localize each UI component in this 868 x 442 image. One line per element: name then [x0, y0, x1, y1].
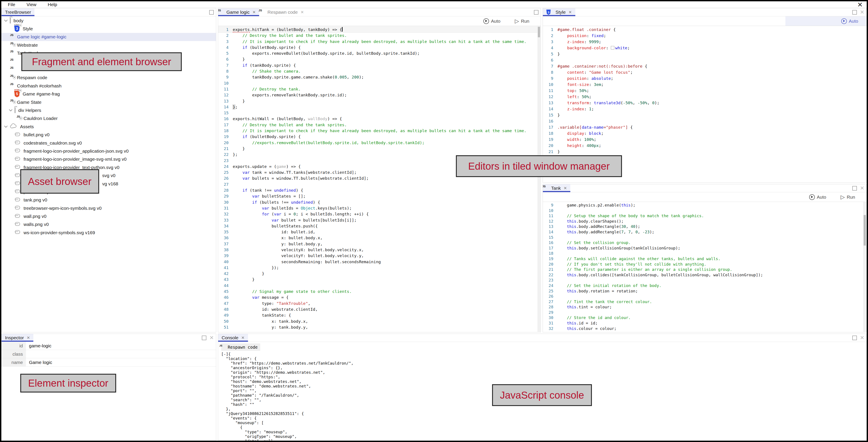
code-line: 31 var bulletIds = Object.keys(bullets);	[218, 205, 541, 211]
line-number: 11	[218, 86, 228, 92]
tree-item-game-state[interactable]: Game State	[2, 98, 216, 106]
tab-style[interactable]: 3 Style ✕	[543, 8, 575, 16]
line-number: 18	[218, 128, 228, 134]
line-number: 10	[543, 82, 553, 88]
line-number: 48	[218, 306, 228, 312]
console-line: "href": "https://demo.webstrates.net/Tan…	[221, 361, 866, 365]
class-field[interactable]	[26, 350, 216, 358]
close-icon[interactable]: ✕	[563, 186, 567, 190]
menu-file[interactable]: File	[8, 2, 15, 7]
console-line: "origin": "https://demo.webstrates.net",	[221, 370, 866, 375]
code-editor-game-logic[interactable]: 1exports.hitTank = (bulletBody, tankBody…	[218, 26, 541, 332]
tree-item-webstrate[interactable]: Webstrate	[2, 41, 216, 49]
clip-icon	[14, 197, 21, 203]
tab-respawn-code[interactable]: Respawn code ✕	[259, 8, 307, 16]
chevron-down-icon[interactable]	[4, 20, 10, 22]
code-line: 10	[543, 208, 866, 213]
asset-item-wall-png-v0[interactable]: wall.png v0	[2, 212, 216, 220]
tab-inspector[interactable]: Inspector ✕	[2, 334, 33, 342]
auto-run-button-active[interactable]: Auto	[785, 17, 866, 26]
chevron-down-icon[interactable]	[4, 126, 10, 128]
asset-item-walls-png-v0[interactable]: walls.png v0	[2, 220, 216, 229]
name-field[interactable]: Game logic	[26, 358, 216, 366]
run-button[interactable]: ▷ Run	[841, 194, 855, 200]
run-badge-icon[interactable]	[13, 100, 16, 104]
menu-help[interactable]: Help	[48, 2, 57, 7]
code-editor-tank[interactable]: 9 game.physics.p2.enable(this);1011 // S…	[543, 202, 866, 332]
close-icon[interactable]: ✕	[860, 9, 864, 15]
close-icon[interactable]: ✕	[210, 335, 214, 341]
line-number: 3	[218, 38, 228, 45]
close-icon[interactable]: ✕	[568, 10, 572, 14]
tree-item-body[interactable]: body	[2, 17, 216, 25]
menu-view[interactable]: View	[27, 2, 36, 7]
line-number: 32	[543, 326, 553, 331]
line-number: 34	[218, 223, 228, 229]
code-line: 33 var bullet = bullets[bulletIds[i]];	[218, 217, 541, 223]
auto-run-button[interactable]: Auto	[483, 18, 500, 24]
chevron-down-icon[interactable]	[9, 109, 14, 111]
asset-item-fragment-logo-icon-provider-image-svg-xml-svg-v0[interactable]: fragment-logo-icon-provider_image-svg-xm…	[2, 155, 216, 163]
tab-label: Game logic	[226, 9, 250, 15]
asset-item-bullet-png-v0[interactable]: bullet.png v0	[2, 130, 216, 139]
line-number: 30	[218, 199, 228, 205]
maximize-icon[interactable]	[852, 335, 857, 340]
window-close-icon[interactable]: ✕	[857, 1, 863, 8]
run-badge-icon[interactable]	[19, 89, 22, 92]
run-badge-icon[interactable]	[20, 117, 23, 120]
scrollbar[interactable]	[537, 26, 540, 332]
asset-item-tank-png-v0[interactable]: tank.png v0	[2, 196, 216, 204]
run-badge-icon[interactable]	[13, 43, 16, 47]
code-line: 8 // Shake the camera.	[218, 68, 541, 74]
code-line: 3 // It is important to check if they ha…	[218, 38, 541, 45]
editor-tabbar: Game logic ✕ Respawn code ✕	[218, 8, 541, 17]
tree-item-style[interactable]: CSS3Style	[2, 25, 216, 33]
code-line: 46 var message = {	[218, 294, 541, 300]
asset-item-treebrowser-wpm-icon-symbols-svg-v0[interactable]: treebrowser-wpm-icon-symbols.svg v0	[2, 204, 216, 212]
code-line: 14 this.body.addRectangle(7, 7, 0, -23);	[543, 229, 866, 235]
tree-item-game-logic-game-logic[interactable]: Game logic #game-logic	[2, 33, 216, 41]
run-button[interactable]: ▷ Run	[515, 18, 529, 24]
maximize-icon[interactable]	[852, 10, 857, 14]
close-icon[interactable]: ✕	[241, 335, 245, 340]
tab-game-logic[interactable]: Game logic ✕	[218, 8, 259, 16]
maximize-icon[interactable]	[209, 10, 214, 14]
tree-item-cauldron-loader[interactable]: Cauldron Loader	[2, 115, 216, 122]
close-icon[interactable]: ✕	[27, 335, 30, 340]
maximize-icon[interactable]	[852, 186, 857, 190]
tab-tank[interactable]: Tank ✕	[543, 184, 570, 192]
asset-item-ws-icon-provider-symbols-svg-v169[interactable]: ws-icon-provider-symbols.svg v169	[2, 229, 216, 237]
scrollbar[interactable]	[863, 202, 866, 332]
line-number: 21	[218, 146, 228, 152]
tree-item-colorhash-colorhash[interactable]: Colorhash #colorhash	[2, 82, 216, 90]
run-badge-icon[interactable]	[19, 24, 22, 27]
tab-treebrowser[interactable]: TreeBrowser	[2, 8, 34, 16]
close-icon[interactable]: ✕	[301, 10, 304, 14]
line-number: 28	[543, 304, 553, 310]
scrollbar-thumb[interactable]	[864, 215, 866, 245]
code-line: 18	[543, 251, 866, 256]
tree-item-respawn-code[interactable]: Respawn code	[2, 74, 216, 82]
auto-run-button[interactable]: Auto	[809, 194, 826, 200]
code-line: 26	[543, 294, 866, 299]
close-icon[interactable]: ✕	[860, 185, 864, 191]
line-number: 17	[543, 245, 553, 251]
tree-item-assets[interactable]: Assets	[2, 122, 216, 130]
close-icon[interactable]: ✕	[860, 335, 864, 341]
tab-label: Respawn code	[268, 9, 298, 15]
maximize-icon[interactable]	[534, 10, 538, 14]
code-line: 20 //exports.removeBullet(bulletBody.spr…	[218, 140, 541, 146]
code-line: 8 content: "Game lost focus";	[543, 69, 866, 76]
tree-item-game-game-frag[interactable]: HTML5Game #game-frag	[2, 90, 216, 98]
maximize-icon[interactable]	[202, 335, 206, 340]
id-field[interactable]: game-logic	[26, 342, 216, 350]
asset-item-codestrates-cauldron-svg-v0[interactable]: codestrates_cauldron.svg v0	[2, 139, 216, 147]
run-badge-icon[interactable]	[13, 76, 16, 79]
console-source-badge[interactable]: Respawn code	[221, 344, 260, 351]
asset-item-fragment-logo-icon-provider-application-json-svg-v0[interactable]: fragment-logo-icon-provider_application-…	[2, 147, 216, 155]
tree-item-div-helpers[interactable]: div Helpers	[2, 106, 216, 114]
console-line: "protocol": "https:",	[221, 375, 866, 379]
tab-console[interactable]: Console ✕	[218, 334, 248, 342]
scrollbar-thumb[interactable]	[538, 27, 540, 37]
close-icon[interactable]: ✕	[252, 10, 256, 14]
